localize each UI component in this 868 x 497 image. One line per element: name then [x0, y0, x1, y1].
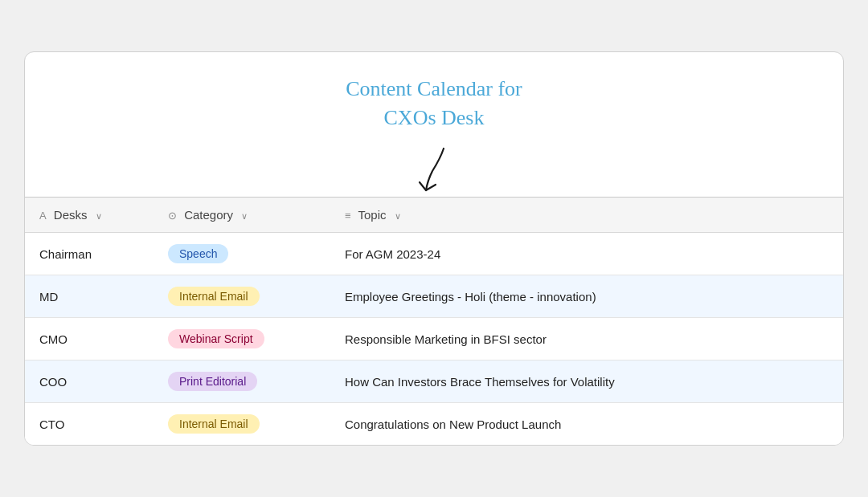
desk-cell: MD — [25, 275, 154, 318]
table-row: CMOWebinar ScriptResponsible Marketing i… — [25, 318, 843, 361]
topic-cell: Responsible Marketing in BFSI sector — [330, 318, 843, 361]
col-header-desks[interactable]: A Desks ∨ — [25, 198, 154, 233]
category-cell: Print Editorial — [154, 361, 330, 403]
category-cell: Internal Email — [154, 275, 330, 318]
main-card: Content Calendar for CXOs Desk A Desks ∨… — [24, 51, 844, 446]
category-badge: Webinar Script — [168, 329, 264, 348]
header-area: Content Calendar for CXOs Desk — [25, 52, 843, 198]
category-cell: Speech — [154, 233, 330, 275]
topic-chevron-icon: ∨ — [395, 211, 401, 221]
page-title: Content Calendar for CXOs Desk — [346, 75, 522, 133]
category-badge: Speech — [168, 244, 228, 263]
desks-col-label: Desks — [54, 208, 88, 222]
title-line2: CXOs Desk — [384, 106, 485, 129]
col-header-category[interactable]: ⊙ Category ∨ — [154, 198, 330, 233]
desk-cell: CTO — [25, 403, 154, 446]
table-body: ChairmanSpeechFor AGM 2023-24MDInternal … — [25, 233, 843, 446]
table-row: ChairmanSpeechFor AGM 2023-24 — [25, 233, 843, 275]
topic-cell: Employee Greetings - Holi (theme - innov… — [330, 275, 843, 318]
desks-chevron-icon: ∨ — [96, 211, 102, 221]
desk-cell: Chairman — [25, 233, 154, 275]
category-col-label: Category — [184, 208, 233, 222]
category-badge: Print Editorial — [168, 372, 257, 391]
table-row: CTOInternal EmailCongratulations on New … — [25, 403, 843, 446]
table-row: MDInternal EmailEmployee Greetings - Hol… — [25, 275, 843, 318]
desks-col-icon: A — [39, 210, 47, 222]
topic-cell: For AGM 2023-24 — [330, 233, 843, 275]
category-chevron-icon: ∨ — [241, 211, 248, 221]
topic-cell: Congratulations on New Product Launch — [330, 403, 843, 446]
table-row: COOPrint EditorialHow Can Investors Brac… — [25, 361, 843, 403]
col-header-topic[interactable]: ≡ Topic ∨ — [330, 198, 843, 233]
topic-col-icon: ≡ — [345, 210, 351, 222]
table-container: A Desks ∨ ⊙ Category ∨ ≡ Topic ∨ — [25, 197, 843, 445]
content-calendar-table: A Desks ∨ ⊙ Category ∨ ≡ Topic ∨ — [25, 198, 843, 445]
title-line1: Content Calendar for — [346, 77, 522, 100]
category-badge: Internal Email — [168, 287, 260, 306]
topic-col-label: Topic — [358, 208, 387, 222]
table-header-row: A Desks ∨ ⊙ Category ∨ ≡ Topic ∨ — [25, 198, 843, 233]
arrow-icon — [402, 142, 466, 197]
category-badge: Internal Email — [168, 414, 260, 434]
topic-cell: How Can Investors Brace Themselves for V… — [330, 361, 843, 403]
desk-cell: COO — [25, 361, 154, 403]
desk-cell: CMO — [25, 318, 154, 361]
category-col-icon: ⊙ — [168, 210, 177, 222]
category-cell: Webinar Script — [154, 318, 330, 361]
category-cell: Internal Email — [154, 403, 330, 446]
